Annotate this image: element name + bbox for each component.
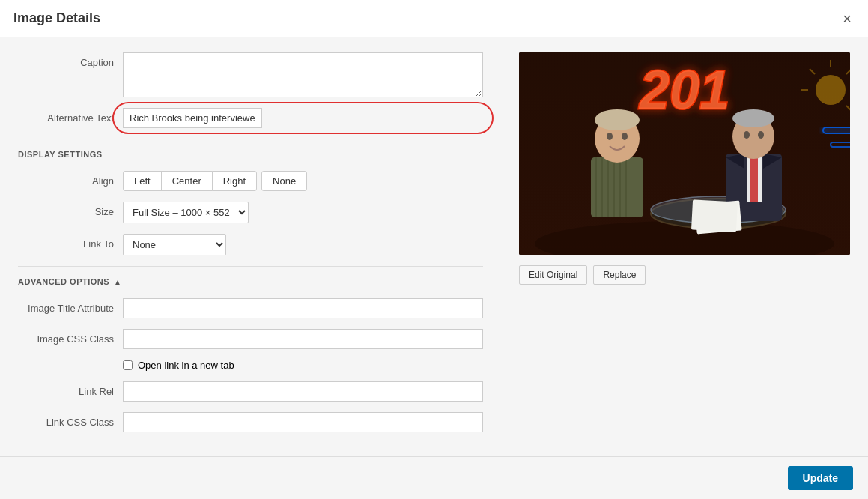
open-new-tab-label[interactable]: Open link in a new tab [138,360,234,371]
align-left-button[interactable]: Left [123,171,162,191]
modal-body: Caption Alternative Text DISPLAY SETTING… [0,37,868,456]
align-group: Left Center Right [123,171,257,191]
left-panel: Caption Alternative Text DISPLAY SETTING… [0,37,501,456]
align-right-button[interactable]: Right [212,171,257,191]
open-new-tab-row: Open link in a new tab [18,360,483,371]
link-css-row: Link CSS Class [18,412,483,432]
svg-point-25 [732,109,774,127]
image-action-buttons: Edit Original Replace [519,265,646,285]
svg-point-18 [622,133,628,140]
caption-row: Caption [18,52,483,97]
link-rel-label: Link Rel [18,381,123,397]
edit-original-button[interactable]: Edit Original [519,265,587,285]
svg-point-27 [758,131,764,139]
align-row: Align Left Center Right None [18,171,483,191]
svg-rect-10 [601,157,603,217]
link-to-select[interactable]: None Media File Attachment Page Custom U… [123,234,226,255]
modal-title: Image Details [13,10,100,26]
divider-advanced [18,266,483,267]
image-preview: 201 201 [519,52,850,255]
image-css-label: Image CSS Class [18,329,123,345]
link-to-row: Link To None Media File Attachment Page … [18,234,483,255]
size-label: Size [18,202,123,217]
image-title-input[interactable] [123,298,483,318]
svg-text:201: 201 [638,60,729,120]
modal-footer: Update [0,456,868,499]
svg-point-17 [607,133,613,140]
alt-text-input[interactable] [123,108,262,128]
right-panel: 201 201 [501,37,868,456]
align-none-button[interactable]: None [261,171,307,191]
svg-point-16 [595,109,640,130]
size-row: Size Full Size – 1000 × 552 Large Medium… [18,202,483,223]
advanced-options-toggle[interactable]: ADVANCED OPTIONS ▲ [18,277,483,286]
advanced-arrow-icon: ▲ [114,278,121,286]
close-button[interactable]: × [840,11,855,26]
svg-rect-11 [607,157,609,217]
image-css-input[interactable] [123,329,483,349]
image-css-row: Image CSS Class [18,329,483,349]
link-to-label: Link To [18,234,123,250]
image-title-row: Image Title Attribute [18,298,483,318]
svg-point-30 [816,75,846,105]
modal-header: Image Details × [0,0,868,37]
svg-rect-13 [619,157,621,217]
open-new-tab-checkbox[interactable] [123,360,133,370]
caption-label: Caption [18,52,123,68]
svg-rect-12 [613,157,615,217]
svg-rect-29 [691,199,738,232]
preview-image-svg: 201 201 [519,52,850,255]
svg-rect-8 [591,157,643,217]
image-title-label: Image Title Attribute [18,298,123,314]
replace-button[interactable]: Replace [593,265,646,285]
svg-rect-21 [750,157,758,202]
update-button[interactable]: Update [788,466,853,490]
size-select[interactable]: Full Size – 1000 × 552 Large Medium Thum… [123,202,249,223]
alt-text-label: Alternative Text [18,108,123,124]
alt-text-row: Alternative Text [18,108,483,128]
alt-text-wrapper [123,108,483,128]
display-settings-title: DISPLAY SETTINGS [18,150,483,159]
link-css-input[interactable] [123,412,483,432]
svg-point-26 [744,131,750,139]
link-rel-input[interactable] [123,381,483,402]
modal-overlay: Image Details × Caption Alternative Text [0,0,868,499]
link-css-label: Link CSS Class [18,412,123,428]
align-label: Align [18,171,123,187]
advanced-options-label: ADVANCED OPTIONS [18,277,109,286]
svg-rect-9 [595,157,597,217]
align-center-button[interactable]: Center [161,171,213,191]
link-rel-row: Link Rel [18,381,483,402]
image-details-modal: Image Details × Caption Alternative Text [0,0,868,499]
divider-display [18,139,483,139]
caption-input[interactable] [123,52,483,97]
svg-rect-14 [625,157,627,217]
